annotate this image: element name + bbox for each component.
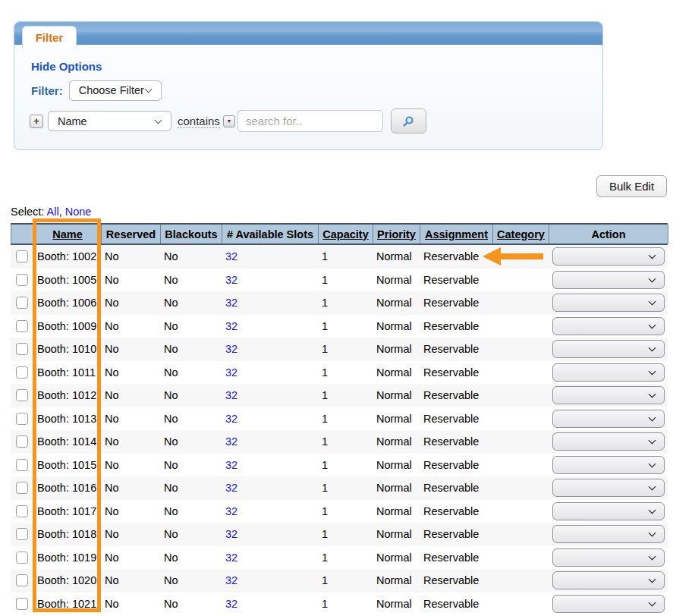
available-slots-link[interactable]: 32 [225, 320, 237, 332]
cell-action [549, 340, 668, 358]
action-select[interactable] [552, 363, 665, 382]
checkbox-cell [11, 389, 33, 401]
cell-capacity: 1 [318, 389, 373, 401]
available-slots-link[interactable]: 32 [225, 598, 237, 610]
chevron-down-icon [648, 367, 656, 375]
available-slots-link[interactable]: 32 [225, 389, 237, 401]
cell-available-slots: 32 [222, 250, 318, 262]
cell-priority: Normal [373, 297, 420, 309]
cell-reserved: No [101, 435, 160, 448]
operator-dropdown-button[interactable]: ▼ [223, 115, 235, 127]
available-slots-link[interactable]: 32 [225, 274, 237, 286]
action-select[interactable] [552, 294, 665, 312]
row-checkbox[interactable] [16, 343, 28, 355]
action-select[interactable] [552, 595, 665, 613]
action-select[interactable] [552, 525, 665, 543]
action-select[interactable] [552, 571, 665, 589]
hide-options-link[interactable]: Hide Options [31, 60, 102, 73]
action-select[interactable] [552, 386, 665, 404]
choose-filter-select[interactable]: Choose Filter [69, 80, 162, 101]
cell-action [549, 502, 668, 520]
chevron-down-icon [648, 552, 656, 560]
available-slots-link[interactable]: 32 [225, 366, 237, 379]
add-criteria-button[interactable]: + [30, 115, 43, 128]
available-slots-link[interactable]: 32 [225, 528, 237, 540]
column-header-checkbox [11, 225, 34, 244]
column-header-name[interactable]: Name [34, 225, 102, 244]
table-row: Booth: 1015NoNo321NormalReservable [11, 454, 668, 477]
table-row: Booth: 1017NoNo321NormalReservable [11, 500, 668, 523]
action-select[interactable] [552, 456, 665, 474]
cell-priority: Normal [373, 552, 420, 564]
cell-priority: Normal [373, 598, 420, 610]
filter-panel-header [14, 22, 602, 45]
column-header-category[interactable]: Category [493, 225, 549, 244]
checkbox-cell [11, 574, 33, 586]
available-slots-link[interactable]: 32 [225, 505, 237, 517]
search-button[interactable] [391, 108, 426, 134]
action-select[interactable] [552, 340, 665, 358]
row-checkbox[interactable] [16, 389, 28, 401]
row-checkbox[interactable] [16, 274, 28, 286]
bulk-edit-button[interactable]: Bulk Edit [596, 175, 667, 197]
action-select[interactable] [552, 247, 665, 266]
table-row: Booth: 1013NoNo321NormalReservable [11, 407, 668, 431]
row-checkbox[interactable] [16, 574, 28, 586]
action-select[interactable] [552, 548, 665, 567]
available-slots-link[interactable]: 32 [225, 343, 237, 355]
cell-action [549, 247, 668, 266]
available-slots-link[interactable]: 32 [225, 435, 237, 448]
row-checkbox[interactable] [16, 435, 28, 448]
available-slots-link[interactable]: 32 [225, 459, 237, 471]
checkbox-cell [11, 320, 33, 332]
table-row: Booth: 1012NoNo321NormalReservable [11, 384, 668, 407]
column-header-assignment[interactable]: Assignment [420, 225, 493, 244]
action-select[interactable] [552, 432, 665, 451]
action-select[interactable] [552, 410, 665, 428]
cell-available-slots: 32 [222, 459, 318, 471]
action-select[interactable] [552, 502, 665, 520]
row-checkbox[interactable] [16, 552, 28, 564]
search-input[interactable] [237, 110, 383, 132]
row-checkbox[interactable] [16, 413, 28, 425]
cell-capacity: 1 [318, 250, 373, 262]
row-checkbox[interactable] [16, 297, 28, 309]
row-checkbox[interactable] [16, 598, 28, 610]
row-checkbox[interactable] [16, 366, 28, 379]
operator-label[interactable]: contains [178, 115, 220, 128]
action-select[interactable] [552, 317, 665, 335]
row-checkbox[interactable] [16, 459, 28, 471]
column-header-priority[interactable]: Priority [373, 225, 420, 244]
cell-action [549, 571, 668, 589]
tab-filter[interactable]: Filter [22, 26, 77, 49]
cell-assignment: Reservable [420, 250, 492, 262]
row-checkbox[interactable] [16, 250, 28, 262]
available-slots-link[interactable]: 32 [225, 552, 237, 564]
row-checkbox[interactable] [16, 320, 28, 332]
row-checkbox[interactable] [16, 482, 28, 494]
cell-name: Booth: 1005 [33, 274, 101, 286]
table-row: Booth: 1020NoNo321NormalReservable [11, 569, 668, 592]
row-checkbox[interactable] [16, 505, 28, 517]
cell-assignment: Reservable [420, 320, 492, 332]
available-slots-link[interactable]: 32 [225, 297, 237, 309]
select-none-link[interactable]: None [65, 206, 92, 218]
column-header-capacity[interactable]: Capacity [319, 225, 373, 244]
cell-blackouts: No [160, 552, 222, 564]
available-slots-link[interactable]: 32 [225, 250, 237, 262]
cell-priority: Normal [373, 320, 420, 332]
cell-blackouts: No [160, 343, 222, 355]
row-checkbox[interactable] [16, 528, 28, 540]
action-select[interactable] [552, 271, 665, 289]
select-all-link[interactable]: All [47, 206, 59, 218]
chevron-down-icon [648, 391, 656, 398]
select-label: Select: [11, 206, 44, 218]
cell-blackouts: No [160, 435, 222, 448]
available-slots-link[interactable]: 32 [225, 574, 237, 586]
available-slots-link[interactable]: 32 [225, 482, 237, 494]
cell-action [549, 317, 668, 335]
action-select[interactable] [552, 479, 665, 497]
field-select[interactable]: Name [48, 111, 171, 131]
available-slots-link[interactable]: 32 [225, 413, 237, 425]
cell-name: Booth: 1011 [33, 366, 101, 379]
